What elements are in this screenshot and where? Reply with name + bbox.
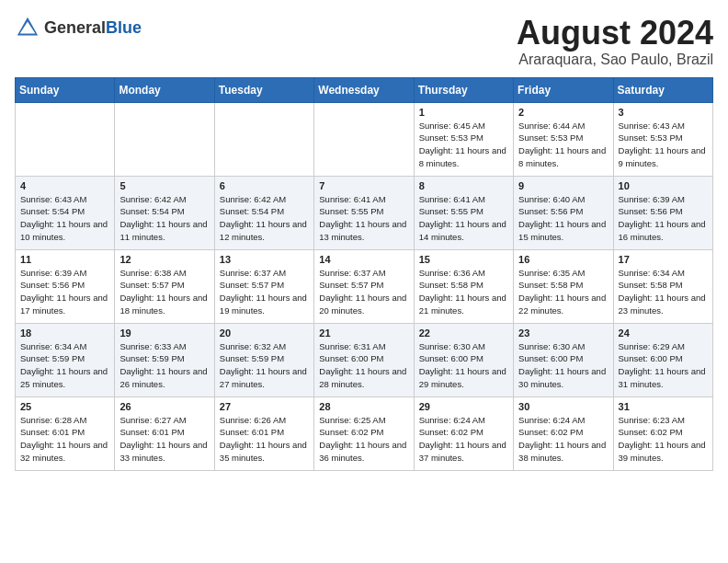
day-cell-22: 22Sunrise: 6:30 AM Sunset: 6:00 PM Dayli… (414, 323, 513, 396)
day-info-22: Sunrise: 6:30 AM Sunset: 6:00 PM Dayligh… (419, 340, 508, 391)
day-number-7: 7 (319, 180, 408, 191)
day-info-12: Sunrise: 6:38 AM Sunset: 5:57 PM Dayligh… (119, 267, 209, 317)
day-cell-1: 1Sunrise: 6:45 AM Sunset: 5:53 PM Daylig… (414, 102, 513, 176)
empty-cell (115, 102, 214, 176)
weekday-header-row: SundayMondayTuesdayWednesdayThursdayFrid… (16, 77, 713, 102)
day-number-18: 18 (20, 327, 109, 339)
day-number-23: 23 (518, 327, 608, 339)
day-cell-4: 4Sunrise: 6:43 AM Sunset: 5:54 PM Daylig… (16, 176, 115, 249)
page-header: GeneralBlue August 2024 Araraquara, Sao … (15, 15, 713, 68)
week-row-5: 25Sunrise: 6:28 AM Sunset: 6:01 PM Dayli… (16, 396, 713, 470)
day-number-20: 20 (220, 327, 309, 339)
day-number-9: 9 (518, 180, 608, 191)
weekday-header-friday: Friday (514, 77, 613, 102)
day-number-14: 14 (319, 254, 408, 265)
day-info-14: Sunrise: 6:37 AM Sunset: 5:57 PM Dayligh… (319, 267, 408, 317)
day-info-1: Sunrise: 6:45 AM Sunset: 5:53 PM Dayligh… (419, 120, 508, 170)
day-number-22: 22 (419, 327, 508, 339)
day-cell-27: 27Sunrise: 6:26 AM Sunset: 6:01 PM Dayli… (214, 396, 313, 470)
day-info-24: Sunrise: 6:29 AM Sunset: 6:00 PM Dayligh… (619, 340, 708, 391)
day-number-15: 15 (419, 254, 508, 265)
calendar-table: SundayMondayTuesdayWednesdayThursdayFrid… (15, 77, 713, 471)
day-info-19: Sunrise: 6:33 AM Sunset: 5:59 PM Dayligh… (119, 340, 209, 391)
day-number-10: 10 (619, 180, 708, 191)
day-info-26: Sunrise: 6:27 AM Sunset: 6:01 PM Dayligh… (119, 414, 209, 465)
day-info-3: Sunrise: 6:43 AM Sunset: 5:53 PM Dayligh… (619, 120, 708, 170)
day-number-28: 28 (319, 401, 408, 412)
weekday-header-sunday: Sunday (16, 77, 115, 102)
day-cell-16: 16Sunrise: 6:35 AM Sunset: 5:58 PM Dayli… (514, 249, 613, 323)
day-cell-8: 8Sunrise: 6:41 AM Sunset: 5:55 PM Daylig… (414, 176, 513, 249)
weekday-header-saturday: Saturday (613, 77, 712, 102)
day-info-11: Sunrise: 6:39 AM Sunset: 5:56 PM Dayligh… (20, 267, 109, 317)
day-number-6: 6 (220, 180, 309, 191)
day-info-31: Sunrise: 6:23 AM Sunset: 6:02 PM Dayligh… (619, 414, 708, 465)
day-cell-31: 31Sunrise: 6:23 AM Sunset: 6:02 PM Dayli… (613, 396, 712, 470)
weekday-header-thursday: Thursday (414, 77, 513, 102)
day-cell-5: 5Sunrise: 6:42 AM Sunset: 5:54 PM Daylig… (115, 176, 214, 249)
day-number-12: 12 (119, 254, 209, 265)
day-number-21: 21 (319, 327, 408, 339)
day-number-2: 2 (518, 107, 608, 118)
day-info-30: Sunrise: 6:24 AM Sunset: 6:02 PM Dayligh… (518, 414, 608, 465)
day-number-11: 11 (20, 254, 109, 265)
day-number-25: 25 (20, 401, 109, 412)
day-info-27: Sunrise: 6:26 AM Sunset: 6:01 PM Dayligh… (220, 414, 309, 465)
day-number-4: 4 (20, 180, 109, 191)
empty-cell (314, 102, 414, 176)
day-info-5: Sunrise: 6:42 AM Sunset: 5:54 PM Dayligh… (119, 193, 209, 244)
day-number-3: 3 (619, 107, 708, 118)
day-cell-13: 13Sunrise: 6:37 AM Sunset: 5:57 PM Dayli… (214, 249, 313, 323)
day-info-18: Sunrise: 6:34 AM Sunset: 5:59 PM Dayligh… (20, 340, 109, 391)
day-info-7: Sunrise: 6:41 AM Sunset: 5:55 PM Dayligh… (319, 193, 408, 244)
day-number-13: 13 (220, 254, 309, 265)
title-block: August 2024 Araraquara, Sao Paulo, Brazi… (517, 15, 713, 68)
logo-icon (15, 15, 40, 40)
empty-cell (214, 102, 313, 176)
day-info-4: Sunrise: 6:43 AM Sunset: 5:54 PM Dayligh… (20, 193, 109, 244)
day-number-27: 27 (220, 401, 309, 412)
week-row-4: 18Sunrise: 6:34 AM Sunset: 5:59 PM Dayli… (16, 323, 713, 396)
day-cell-12: 12Sunrise: 6:38 AM Sunset: 5:57 PM Dayli… (115, 249, 214, 323)
day-number-30: 30 (518, 401, 608, 412)
logo-text-general: General (44, 18, 106, 37)
day-info-17: Sunrise: 6:34 AM Sunset: 5:58 PM Dayligh… (619, 267, 708, 317)
weekday-header-tuesday: Tuesday (214, 77, 313, 102)
day-cell-28: 28Sunrise: 6:25 AM Sunset: 6:02 PM Dayli… (314, 396, 414, 470)
day-info-29: Sunrise: 6:24 AM Sunset: 6:02 PM Dayligh… (419, 414, 508, 465)
day-cell-17: 17Sunrise: 6:34 AM Sunset: 5:58 PM Dayli… (613, 249, 712, 323)
day-cell-10: 10Sunrise: 6:39 AM Sunset: 5:56 PM Dayli… (613, 176, 712, 249)
day-number-29: 29 (419, 401, 508, 412)
day-cell-9: 9Sunrise: 6:40 AM Sunset: 5:56 PM Daylig… (514, 176, 613, 249)
day-number-16: 16 (518, 254, 608, 265)
day-cell-25: 25Sunrise: 6:28 AM Sunset: 6:01 PM Dayli… (16, 396, 115, 470)
day-info-15: Sunrise: 6:36 AM Sunset: 5:58 PM Dayligh… (419, 267, 508, 317)
day-info-25: Sunrise: 6:28 AM Sunset: 6:01 PM Dayligh… (20, 414, 109, 465)
day-number-31: 31 (619, 401, 708, 412)
day-cell-30: 30Sunrise: 6:24 AM Sunset: 6:02 PM Dayli… (514, 396, 613, 470)
week-row-1: 1Sunrise: 6:45 AM Sunset: 5:53 PM Daylig… (16, 102, 713, 176)
logo: GeneralBlue (15, 15, 142, 40)
day-cell-20: 20Sunrise: 6:32 AM Sunset: 5:59 PM Dayli… (214, 323, 313, 396)
day-cell-2: 2Sunrise: 6:44 AM Sunset: 5:53 PM Daylig… (514, 102, 613, 176)
day-info-10: Sunrise: 6:39 AM Sunset: 5:56 PM Dayligh… (619, 193, 708, 244)
day-cell-18: 18Sunrise: 6:34 AM Sunset: 5:59 PM Dayli… (16, 323, 115, 396)
day-info-16: Sunrise: 6:35 AM Sunset: 5:58 PM Dayligh… (518, 267, 608, 317)
day-info-20: Sunrise: 6:32 AM Sunset: 5:59 PM Dayligh… (220, 340, 309, 391)
week-row-2: 4Sunrise: 6:43 AM Sunset: 5:54 PM Daylig… (16, 176, 713, 249)
day-number-8: 8 (419, 180, 508, 191)
day-number-26: 26 (119, 401, 209, 412)
day-cell-19: 19Sunrise: 6:33 AM Sunset: 5:59 PM Dayli… (115, 323, 214, 396)
location-title: Araraquara, Sao Paulo, Brazil (517, 52, 713, 68)
weekday-header-wednesday: Wednesday (314, 77, 414, 102)
day-cell-21: 21Sunrise: 6:31 AM Sunset: 6:00 PM Dayli… (314, 323, 414, 396)
day-number-5: 5 (119, 180, 209, 191)
day-cell-7: 7Sunrise: 6:41 AM Sunset: 5:55 PM Daylig… (314, 176, 414, 249)
day-cell-24: 24Sunrise: 6:29 AM Sunset: 6:00 PM Dayli… (613, 323, 712, 396)
day-cell-3: 3Sunrise: 6:43 AM Sunset: 5:53 PM Daylig… (613, 102, 712, 176)
day-cell-11: 11Sunrise: 6:39 AM Sunset: 5:56 PM Dayli… (16, 249, 115, 323)
day-number-24: 24 (619, 327, 708, 339)
day-number-17: 17 (619, 254, 708, 265)
day-info-2: Sunrise: 6:44 AM Sunset: 5:53 PM Dayligh… (518, 120, 608, 170)
day-info-8: Sunrise: 6:41 AM Sunset: 5:55 PM Dayligh… (419, 193, 508, 244)
